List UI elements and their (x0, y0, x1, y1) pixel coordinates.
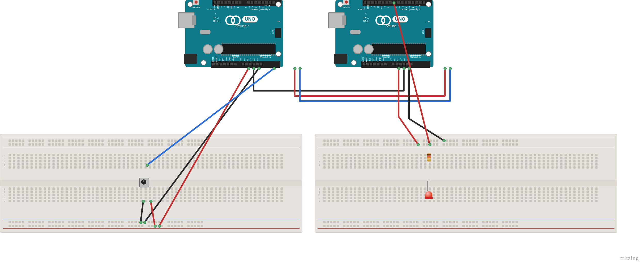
row-letters-right-top: jihgf (319, 154, 320, 169)
on-indicator: ON (427, 20, 431, 23)
potentiometer[interactable] (138, 177, 149, 187)
top-power-rail (9, 139, 294, 146)
reset-button[interactable] (343, 0, 349, 5)
atmega-chip (372, 44, 426, 54)
power-analog-pin-labels: IOREFRESET3V35VGNDGNDVINA0A1A2A3A4A5 (362, 56, 409, 62)
tx-rx-labels: TX ▢RX ▢ (213, 16, 219, 22)
wire-end (444, 67, 447, 70)
arduino-uno-left: RESET ICSP2 AREFGND1312~11~10~987~6~54~3… (185, 0, 283, 67)
lower-terminal-strip (323, 187, 609, 203)
power-jack (334, 54, 347, 64)
rail-red-line (3, 228, 300, 229)
rail-blue-line (318, 138, 614, 138)
L-indicator: L (215, 12, 216, 15)
arduino-logo: UNO (375, 15, 408, 23)
analog-section-label: ANALOG IN (260, 55, 271, 58)
rail-blue-line (318, 219, 614, 219)
icsp-header (275, 28, 281, 38)
uno-badge: UNO (392, 16, 408, 22)
wire-end (257, 67, 261, 70)
row-letters-right-bottom: edcba (319, 187, 320, 203)
uno-badge: UNO (242, 16, 258, 22)
mount-hole (426, 51, 431, 57)
icsp-header (425, 28, 431, 38)
crystal-oscillator (350, 30, 361, 34)
digital-section-label: DIGITAL (PWM=~) (401, 8, 418, 11)
wire-end (142, 200, 145, 203)
crystal-oscillator (200, 30, 211, 34)
wire-end (408, 67, 411, 70)
wire-end (146, 164, 149, 167)
potentiometer-knob[interactable] (141, 179, 146, 185)
upper-terminal-strip (9, 154, 294, 169)
reset-label: RESET (192, 6, 200, 9)
upper-terminal-strip (323, 154, 609, 169)
rail-blue-line (3, 219, 300, 219)
tx-rx-labels: TX ▢RX ▢ (363, 16, 369, 22)
bottom-power-rail (323, 221, 609, 227)
arduino-logo: UNO (225, 15, 258, 23)
row-letters-left-top: jihgf (4, 154, 5, 169)
analog-section-label: ANALOG IN (410, 55, 421, 58)
L-indicator: L (365, 12, 367, 15)
wire-end (403, 67, 406, 70)
reset-label: RESET (343, 6, 350, 9)
capacitors (203, 44, 223, 54)
wire-end (293, 67, 296, 70)
led-red (425, 186, 432, 199)
wire-end (247, 67, 250, 70)
power-analog-pin-labels: IOREFRESET3V35VGNDGNDVINA0A1A2A3A4A5 (212, 56, 259, 62)
infinity-icon (225, 15, 241, 23)
wire-end (139, 221, 142, 224)
reset-button[interactable] (193, 0, 199, 5)
wire-end (417, 143, 420, 146)
digital-section-label: DIGITAL (PWM=~) (251, 8, 268, 11)
wire-end (273, 67, 276, 70)
mount-hole (426, 2, 431, 7)
mount-hole (276, 51, 281, 57)
wire-end (428, 143, 431, 146)
arduino-uno-right: RESET ICSP2 AREFGND1312~11~10~987~6~54~3… (335, 0, 433, 67)
breadboard-right: jihgf edcba (315, 134, 617, 233)
brand-text: Arduino™ (236, 24, 249, 28)
led-bulb (425, 191, 432, 199)
rail-blue-line (3, 138, 300, 138)
row-letters-left-bottom: edcba (4, 187, 5, 203)
wire-end (442, 139, 446, 142)
usb-port (328, 12, 345, 28)
power-jack (184, 54, 197, 64)
mount-hole (201, 60, 206, 65)
bottom-power-rail (9, 221, 294, 227)
wire-end (449, 67, 452, 70)
top-power-rail (323, 139, 609, 146)
wire-end (154, 225, 157, 228)
wire-end (143, 221, 146, 224)
usb-port (178, 12, 195, 28)
icsp-label: ICSP (422, 30, 424, 35)
icsp2-label: ICSP2 (358, 8, 364, 11)
wire-end (299, 67, 302, 70)
capacitors (353, 44, 374, 54)
resistor (428, 150, 430, 165)
rail-red-line (318, 228, 614, 229)
fritzing-credit: fritzing (620, 255, 639, 261)
mount-hole (187, 2, 193, 7)
wire-end (397, 67, 400, 70)
icsp2-label: ICSP2 (207, 8, 213, 11)
wire-end (252, 67, 255, 70)
mount-hole (276, 2, 281, 7)
infinity-icon (375, 15, 391, 23)
mount-hole (351, 60, 357, 65)
rail-red-line (3, 148, 300, 148)
icsp-label: ICSP (272, 30, 274, 35)
breadboard-left: jihgf edcba (0, 134, 302, 233)
brand-text: Arduino™ (386, 24, 399, 28)
wire-end (392, 1, 396, 4)
center-channel (315, 180, 617, 186)
wire-end (149, 200, 152, 203)
center-channel (0, 180, 302, 186)
mount-hole (337, 2, 343, 7)
rail-red-line (318, 148, 614, 148)
on-indicator: ON (277, 20, 280, 23)
atmega-chip (221, 44, 276, 54)
